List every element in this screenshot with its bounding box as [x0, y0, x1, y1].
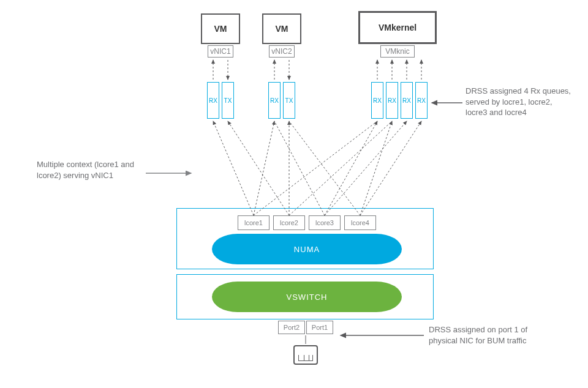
port1-box: Port1 [306, 321, 333, 334]
vmk-rx1-queue: RX [371, 82, 383, 119]
vm2-box: VM [262, 13, 301, 44]
vnic2-label: vNIC2 [271, 47, 292, 56]
vnic1-box: vNIC1 [208, 45, 233, 58]
lcore1-label: lcore1 [244, 219, 263, 226]
annotation-right-bottom-text: DRSS assigned on port 1 of physical NIC … [429, 325, 527, 345]
vm2-tx-label: TX [285, 97, 293, 104]
svg-line-9 [254, 121, 274, 215]
vm1-tx-label: TX [224, 97, 232, 104]
vm1-label: VM [214, 24, 227, 34]
lcore3-box: lcore3 [309, 215, 341, 230]
vm1-rx-label: RX [209, 97, 217, 104]
lcore4-box: lcore4 [344, 215, 376, 230]
svg-line-10 [228, 121, 289, 215]
vm1-box: VM [201, 13, 240, 44]
vmkernel-label: VMkernel [379, 23, 417, 32]
svg-line-13 [325, 121, 407, 215]
vmknic-label: VMknic [385, 47, 409, 56]
lcore4-label: lcore4 [351, 219, 369, 226]
vm2-label: VM [276, 24, 288, 34]
svg-line-8 [213, 121, 254, 215]
vmk-rx2-label: RX [388, 97, 396, 104]
vnic1-label: vNIC1 [210, 47, 230, 56]
svg-line-14 [360, 121, 392, 215]
vmk-rx2-queue: RX [386, 82, 398, 119]
vmk-rx3-queue: RX [401, 82, 413, 119]
vmkernel-box: VMkernel [358, 11, 437, 44]
vswitch-label: VSWITCH [287, 293, 328, 302]
lcore2-label: lcore2 [280, 219, 298, 226]
vm1-tx-queue: TX [222, 82, 234, 119]
vmk-rx1-label: RX [373, 97, 382, 104]
annotation-left-text: Multiple context (lcore1 and lcore2) ser… [37, 160, 134, 180]
svg-line-12 [325, 121, 377, 215]
vm2-tx-queue: TX [283, 82, 295, 119]
svg-line-16 [254, 121, 377, 215]
annotation-right-bottom: DRSS assigned on port 1 of physical NIC … [429, 324, 551, 346]
lcore2-box: lcore2 [273, 215, 305, 230]
vnic2-box: vNIC2 [269, 45, 295, 58]
vmknic-box: VMknic [380, 45, 415, 58]
svg-line-17 [289, 121, 392, 215]
annotation-left: Multiple context (lcore1 and lcore2) ser… [37, 159, 147, 181]
nic-port-icon [293, 345, 318, 365]
vm2-rx-queue: RX [268, 82, 281, 119]
svg-line-15 [360, 121, 421, 215]
svg-line-18 [274, 121, 325, 215]
vmk-rx4-queue: RX [415, 82, 428, 119]
port2-box: Port2 [278, 321, 305, 334]
port1-label: Port1 [312, 324, 328, 331]
vswitch-pill: VSWITCH [212, 282, 402, 312]
vm2-rx-label: RX [270, 97, 279, 104]
lcore1-box: lcore1 [238, 215, 270, 230]
vm1-rx-queue: RX [207, 82, 219, 119]
lcore3-label: lcore3 [315, 219, 334, 226]
svg-line-19 [289, 121, 360, 215]
annotation-right-top: DRSS assigned 4 Rx queues, served by loc… [466, 86, 576, 118]
vmk-rx4-label: RX [417, 97, 426, 104]
vmk-rx3-label: RX [402, 97, 411, 104]
numa-pill: NUMA [212, 234, 402, 264]
port2-label: Port2 [284, 324, 300, 331]
annotation-right-top-text: DRSS assigned 4 Rx queues, served by loc… [466, 86, 571, 117]
numa-label: NUMA [294, 245, 320, 254]
